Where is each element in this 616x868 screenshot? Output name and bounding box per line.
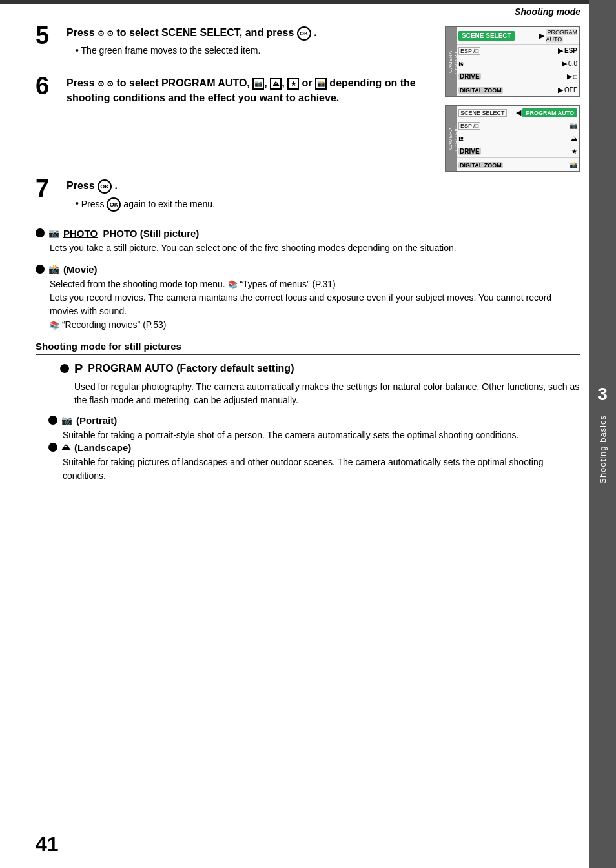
movie-body-text: Lets you record movies. The camera maint… [50, 292, 551, 316]
portrait-dot [48, 416, 57, 425]
camera-diagram-2: CAMERA CARD PIC SET SCENE SELECT ◀ [445, 105, 580, 172]
cam-cell-2-scene-left: SCENE SELECT [458, 109, 515, 116]
movie-ref-recording: “Recording movies” (P.53) [62, 319, 167, 330]
program-auto-p: P [74, 361, 83, 376]
step-7-content: Press OK . Press OK again to exit the me… [67, 179, 580, 212]
step-7: 7 Press OK . Press OK again to exit the … [36, 179, 580, 212]
cam-row-drive: DRIVE ▶ □ [457, 70, 579, 83]
step-7-sub: Press OK again to exit the menu. [76, 197, 580, 212]
program-auto-body: Used for regular photography. The camera… [74, 380, 580, 407]
step-6: 6 Press ⊙ ⊙ to select PROGRAM AUTO, 📷, ⛰… [36, 76, 432, 109]
ref-icon-2: 📚 [50, 321, 59, 330]
portrait-header: 📷 (Portrait) [48, 415, 580, 426]
scene-select-highlight: SCENE SELECT [458, 31, 515, 41]
portrait-label: (Portrait) [76, 415, 117, 426]
main-content: 5 Press ⊙ ⊙ to select SCENE SELECT, and … [36, 19, 580, 855]
cam-cell-2-prog-right: PROGRAM AUTO [522, 109, 577, 116]
cam-side-label-2: CAMERA CARD PIC SET [446, 106, 457, 171]
movie-section: 📸 (Movie) Selected from the shooting mod… [36, 264, 580, 332]
landscape-body: Suitable for taking pictures of landscap… [63, 456, 580, 483]
ok-button-step7-sub: OK [107, 197, 121, 212]
top-border [0, 0, 616, 4]
steps-with-diagrams: 5 Press ⊙ ⊙ to select SCENE SELECT, and … [36, 19, 580, 172]
cam-row-2-esp: ESP /□ 📷 [457, 119, 579, 132]
nightscene-icon-step6: ★ [287, 78, 299, 90]
cam-cell-exposure-right: 0.0 [568, 60, 577, 67]
sidebar-chapter-number: 3 [597, 384, 608, 405]
cam-arrow2-1: ◀ [516, 108, 521, 117]
shooting-mode-heading: Shooting mode for still pictures [36, 341, 580, 355]
still-picture-body: Lets you take a still picture. You can s… [50, 241, 580, 255]
movie-ref-types: “Types of menus” (P.31) [240, 279, 335, 289]
movie-icon: 📸 [48, 264, 59, 274]
step-5: 5 Press ⊙ ⊙ to select SCENE SELECT, and … [36, 26, 432, 57]
step-5-sub: The green frame moves to the selected it… [76, 45, 432, 57]
cam-cell-esp-left: ESP /□ [458, 47, 557, 54]
cam-row-esp: ESP /□ ▶ ESP [457, 45, 579, 57]
landscape-header: ⛰ (Landscape) [48, 442, 580, 453]
ok-button-step5: OK [297, 26, 311, 41]
cam-arrow-1: ▶ [539, 32, 544, 40]
cam-cell-2-esp-left: ESP /□ [458, 122, 567, 129]
ref-icon-1: 📚 [228, 280, 238, 289]
cam-cell-2-drive: DRIVE [458, 148, 569, 155]
program-auto-section: P PROGRAM AUTO (Factory default setting)… [48, 361, 580, 407]
cam-cell-2-exp-left: ◼ [458, 135, 568, 142]
cam-row-2-exposure: ◼ ⛰ [457, 132, 579, 145]
landscape-label: (Landscape) [74, 442, 131, 453]
cam-cell-2-portrait: 📷 [570, 122, 577, 129]
cam-cell-dzoom-right: OFF [564, 86, 577, 94]
page-number: 41 [36, 833, 59, 856]
cam-row-2-dzoom: DIGITAL ZOOM 📸 [457, 158, 579, 171]
step5-arrow-icons: ⊙ ⊙ [98, 28, 114, 38]
step-7-title: Press OK . [67, 179, 580, 194]
program-auto-dot [60, 364, 69, 373]
cam-label-camera: CAMERA [447, 30, 453, 94]
cam-box-inner-2: CAMERA CARD PIC SET SCENE SELECT ◀ [446, 106, 579, 171]
step-5-number: 5 [36, 23, 67, 48]
cam-box-inner-1: CAMERA CARD PIC SET SCENE SELECT ▶ [446, 27, 579, 96]
landscape-section: ⛰ (Landscape) Suitable for taking pictur… [48, 442, 580, 483]
movie-label: (Movie) [63, 264, 98, 275]
cam-arrow-2: ▶ [558, 46, 563, 55]
cam-cell-2-dzoom: DIGITAL ZOOM [458, 161, 567, 168]
cam-cell-scene-select: SCENE SELECT [458, 32, 538, 39]
section-divider-1 [36, 221, 580, 221]
right-sidebar: 3 Shooting basics [589, 0, 616, 868]
cam-cell-2-movie: 📸 [570, 161, 577, 168]
page-container: 3 Shooting basics Shooting mode 5 Press … [0, 0, 616, 868]
cam-label-set: SET [459, 30, 465, 94]
landscape-dot [48, 443, 57, 452]
cam-cell-program-auto: PROGRAMAUTO [546, 28, 577, 43]
portrait-icon: 📷 [61, 415, 72, 425]
landscape-icon: ⛰ [61, 442, 70, 452]
cam-label-camera-2: CAMERA [447, 109, 453, 168]
still-picture-dot [36, 228, 45, 237]
step-6-number: 6 [36, 74, 67, 98]
movie-dot [36, 265, 45, 274]
cam-label-card-2: CARD PIC [453, 109, 459, 168]
portrait-section: 📷 (Portrait) Suitable for taking a portr… [48, 415, 580, 442]
still-picture-label: PHOTO PHOTO (Still picture) [63, 228, 199, 239]
sidebar-chapter-title: Shooting basics [598, 415, 608, 484]
movie-icon-step6: 📸 [315, 78, 327, 90]
step-6-title: Press ⊙ ⊙ to select PROGRAM AUTO, 📷, ⛰, … [67, 76, 432, 105]
step-5-content: Press ⊙ ⊙ to select SCENE SELECT, and pr… [67, 26, 432, 57]
program-auto-highlight: PROGRAM AUTO [522, 108, 577, 117]
cam-cell-exposure-left: ◼ [458, 60, 560, 67]
step6-arrow-icons: ⊙ ⊙ [98, 79, 114, 88]
cam-cell-2-landscape: ⛰ [571, 135, 577, 142]
cam-menu-rows-1: SCENE SELECT ▶ PROGRAMAUTO ESP /□ [457, 27, 579, 96]
portrait-icon-step6: 📷 [252, 78, 264, 90]
cam-cell-dzoom-left: DIGITAL ZOOM [458, 86, 557, 94]
steps-left: 5 Press ⊙ ⊙ to select SCENE SELECT, and … [36, 19, 432, 172]
cam-label-set-2: SET [459, 109, 465, 168]
portrait-body: Suitable for taking a portrait-style sho… [63, 429, 580, 442]
still-picture-header: 📷 PHOTO PHOTO (Still picture) [36, 228, 580, 239]
cam-row-digital-zoom: DIGITAL ZOOM ▶ OFF [457, 83, 579, 96]
ok-button-step7: OK [98, 179, 112, 194]
cam-menu-rows-2: SCENE SELECT ◀ PROGRAM AUTO ESP /□ [457, 106, 579, 171]
cam-cell-2-nightscene: ★ [571, 148, 577, 155]
cam-arrow-3: ▶ [562, 59, 567, 68]
cam-row-scene-select: SCENE SELECT ▶ PROGRAMAUTO [457, 27, 579, 45]
